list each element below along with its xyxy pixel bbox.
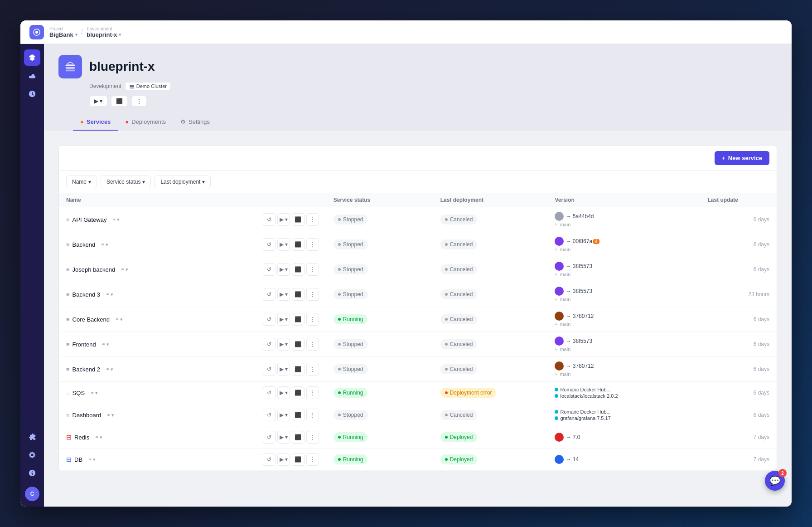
expand-icon[interactable]: ▾: [95, 390, 98, 396]
stop-row-button[interactable]: ⬛: [292, 338, 304, 351]
more-row-button[interactable]: ⋮: [306, 338, 319, 351]
more-row-button[interactable]: ⋮: [306, 238, 319, 251]
more-options-button[interactable]: ⋮: [131, 96, 147, 107]
stop-row-button[interactable]: ⬛: [292, 386, 304, 399]
play-row-button[interactable]: ▶ ▾: [277, 263, 290, 276]
env-selector[interactable]: blueprint-x ▾: [87, 31, 121, 38]
svg-rect-4: [66, 70, 75, 72]
play-row-button[interactable]: ▶ ▾: [277, 338, 290, 351]
tab-deployments[interactable]: ● Deployments: [118, 114, 173, 131]
play-row-button[interactable]: ▶ ▾: [277, 453, 290, 466]
service-name-cell: ≡ Joseph backend ⚭ ▾ ↺ ▶ ▾ ⬛ ⋮: [59, 257, 326, 282]
link-icon[interactable]: ⚭: [121, 267, 125, 273]
link-icon[interactable]: ⚭: [95, 434, 99, 440]
play-row-button[interactable]: ▶ ▾: [277, 431, 290, 444]
more-row-button[interactable]: ⋮: [306, 363, 319, 376]
name-filter-button[interactable]: Name ▾: [66, 176, 97, 188]
link-icon[interactable]: ⚭: [106, 366, 110, 372]
play-row-button[interactable]: ▶ ▾: [277, 386, 290, 399]
tab-settings[interactable]: ⚙ Settings: [173, 114, 217, 131]
expand-icon[interactable]: ▾: [111, 412, 114, 418]
link-icon[interactable]: ⚭: [101, 242, 105, 248]
app-logo[interactable]: [29, 25, 44, 39]
last-deployment-cell: Deployed: [433, 426, 548, 449]
refresh-row-button[interactable]: ↺: [263, 363, 276, 376]
version-cell: → 5a44b4d ⑂main: [555, 212, 693, 227]
play-row-button[interactable]: ▶ ▾: [277, 213, 290, 226]
env-meta: Development Demo Cluster: [89, 82, 777, 90]
link-icon[interactable]: ⚭: [106, 292, 110, 298]
sidebar-item-settings[interactable]: [24, 447, 40, 463]
refresh-row-button[interactable]: ↺: [263, 409, 276, 421]
refresh-row-button[interactable]: ↺: [263, 263, 276, 276]
expand-icon[interactable]: ▾: [93, 457, 96, 463]
play-row-button[interactable]: ▶ ▾: [277, 238, 290, 251]
link-icon[interactable]: ⚭: [115, 317, 119, 322]
deployment-filter-button[interactable]: Last deployment ▾: [155, 176, 211, 188]
stop-row-button[interactable]: ⬛: [292, 363, 304, 376]
play-row-button[interactable]: ▶ ▾: [277, 288, 290, 301]
more-row-button[interactable]: ⋮: [306, 288, 319, 301]
project-selector[interactable]: BigBank ▾: [49, 31, 77, 38]
more-row-button[interactable]: ⋮: [306, 386, 319, 399]
expand-icon[interactable]: ▾: [100, 434, 102, 440]
expand-icon[interactable]: ▾: [120, 317, 123, 322]
stop-row-button[interactable]: ⬛: [292, 288, 304, 301]
stop-row-button[interactable]: ⬛: [292, 409, 304, 421]
stop-row-button[interactable]: ⬛: [292, 313, 304, 326]
link-icon[interactable]: ⚭: [88, 457, 92, 463]
more-row-button[interactable]: ⋮: [306, 213, 319, 226]
sidebar-item-puzzle[interactable]: [24, 429, 40, 445]
refresh-row-button[interactable]: ↺: [263, 313, 276, 326]
stop-row-button[interactable]: ⬛: [292, 453, 304, 466]
last-update-cell: 6 days: [700, 332, 777, 357]
expand-icon[interactable]: ▾: [106, 342, 109, 347]
expand-icon[interactable]: ▾: [111, 292, 113, 298]
more-row-button[interactable]: ⋮: [306, 313, 319, 326]
expand-icon[interactable]: ▾: [117, 217, 120, 223]
refresh-row-button[interactable]: ↺: [263, 386, 276, 399]
service-status-cell: Stopped: [326, 404, 433, 426]
expand-icon[interactable]: ▾: [106, 242, 108, 248]
stop-button[interactable]: ⬛: [111, 96, 128, 107]
refresh-row-button[interactable]: ↺: [263, 288, 276, 301]
sidebar-item-cloud[interactable]: [24, 68, 40, 84]
link-icon[interactable]: ⚭: [106, 412, 111, 418]
version-avatar: [555, 237, 564, 246]
commit-hash: → 38f5573: [566, 338, 592, 344]
tab-services[interactable]: ● Services: [73, 114, 118, 131]
play-row-button[interactable]: ▶ ▾: [277, 409, 290, 421]
link-icon[interactable]: ⚭: [112, 217, 116, 223]
version-td: → 38f5573 ⑂main: [547, 257, 700, 282]
play-pause-button[interactable]: ▶ ▾: [89, 96, 107, 107]
sidebar-item-history[interactable]: [24, 86, 40, 102]
link-icon[interactable]: ⚭: [90, 390, 94, 396]
status-filter-button[interactable]: Service status ▾: [101, 176, 151, 188]
refresh-row-button[interactable]: ↺: [263, 238, 276, 251]
stop-row-button[interactable]: ⬛: [292, 431, 304, 444]
refresh-row-button[interactable]: ↺: [263, 453, 276, 466]
refresh-row-button[interactable]: ↺: [263, 213, 276, 226]
play-row-button[interactable]: ▶ ▾: [277, 363, 290, 376]
stop-row-button[interactable]: ⬛: [292, 213, 304, 226]
version-avatar: [555, 262, 564, 271]
expand-icon[interactable]: ▾: [111, 366, 113, 372]
refresh-row-button[interactable]: ↺: [263, 338, 276, 351]
more-row-button[interactable]: ⋮: [306, 431, 319, 444]
expand-icon[interactable]: ▾: [126, 267, 128, 273]
sidebar-item-layers[interactable]: [24, 49, 40, 66]
sidebar-item-info[interactable]: [24, 465, 40, 481]
stop-row-button[interactable]: ⬛: [292, 238, 304, 251]
more-row-button[interactable]: ⋮: [306, 409, 319, 421]
more-row-button[interactable]: ⋮: [306, 263, 319, 276]
new-service-button[interactable]: + New service: [715, 151, 769, 165]
stop-row-button[interactable]: ⬛: [292, 263, 304, 276]
link-icon[interactable]: ⚭: [102, 342, 106, 347]
last-update-cell: 6 days: [700, 307, 777, 332]
play-row-button[interactable]: ▶ ▾: [277, 313, 290, 326]
avatar[interactable]: C: [25, 487, 39, 501]
more-row-button[interactable]: ⋮: [306, 453, 319, 466]
refresh-row-button[interactable]: ↺: [263, 431, 276, 444]
chat-bubble-button[interactable]: 💬 2: [765, 471, 785, 491]
service-name-cell: ≡ Backend 3 ⚭ ▾ ↺ ▶ ▾ ⬛ ⋮: [59, 282, 326, 307]
